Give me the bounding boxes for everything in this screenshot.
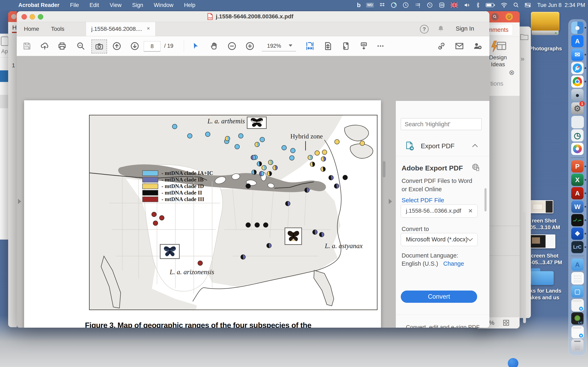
- add-user-icon[interactable]: [472, 41, 482, 51]
- dock-excel-icon[interactable]: X: [571, 174, 584, 186]
- search-tool-button[interactable]: [76, 41, 86, 51]
- dock-minimized-safari-icon[interactable]: [571, 299, 584, 311]
- fit-page-button[interactable]: [323, 41, 333, 51]
- dock-word-icon[interactable]: W: [571, 201, 584, 213]
- remove-file-icon[interactable]: ✕: [468, 208, 473, 214]
- zoom-in-button[interactable]: [245, 41, 255, 51]
- clock-menu-icon[interactable]: [402, 2, 409, 8]
- help-icon[interactable]: ?: [420, 25, 429, 33]
- more-tools-icon[interactable]: •••: [377, 43, 384, 49]
- menu-item-file[interactable]: File: [70, 2, 79, 8]
- dock-lightroom-icon[interactable]: LrC: [571, 241, 584, 253]
- ppt-search-button[interactable]: [491, 13, 499, 20]
- display-icon[interactable]: [438, 2, 445, 8]
- minimize-window-button[interactable]: [30, 14, 35, 20]
- save-button[interactable]: [22, 41, 32, 51]
- tab-tools[interactable]: Tools: [51, 26, 64, 32]
- dock-acrobat-icon[interactable]: A: [571, 187, 584, 200]
- select-pdf-file-link[interactable]: Select PDF File: [402, 197, 444, 204]
- dock-dropbox-icon[interactable]: ❖: [571, 227, 584, 240]
- next-page-button[interactable]: [130, 41, 140, 51]
- close-window-button[interactable]: [21, 14, 27, 20]
- ppt-pane-close-icon[interactable]: ⊗: [509, 68, 515, 76]
- menu-item-window[interactable]: Window: [154, 2, 173, 8]
- dock-minimized-safari-2-icon[interactable]: [571, 326, 584, 338]
- menu-app-name[interactable]: Acrobat Reader: [18, 2, 60, 8]
- control-center-icon[interactable]: [525, 2, 531, 8]
- dock-mail-icon[interactable]: ✉: [571, 49, 584, 61]
- spotlight-icon[interactable]: [513, 2, 519, 8]
- collapse-chevron-icon[interactable]: [472, 144, 478, 150]
- export-pdf-header[interactable]: Export PDF: [396, 137, 489, 156]
- sign-in-button[interactable]: Sign In: [456, 25, 474, 32]
- tab-close-icon[interactable]: ×: [147, 25, 150, 32]
- selected-file-chip[interactable]: j.1558-56...0366.x.pdf ✕: [401, 205, 477, 217]
- zoom-window-button[interactable]: [38, 14, 43, 20]
- desktop-blue-circle-icon[interactable]: [508, 358, 518, 367]
- share-upload-button[interactable]: [40, 41, 50, 51]
- right-pane-toggle[interactable]: [389, 199, 392, 204]
- tab-document[interactable]: j.1558-5646.2008.... ×: [86, 22, 156, 36]
- dock-app-store-icon[interactable]: A: [571, 35, 584, 47]
- change-language-link[interactable]: Change: [443, 260, 464, 267]
- desktop-drive-icon[interactable]: [531, 12, 559, 36]
- ppt-design-ideas-button[interactable]: Design Ideas: [487, 40, 510, 62]
- format-dropdown[interactable]: Microsoft Word (*.docx): [401, 233, 477, 246]
- menu-item-view[interactable]: View: [110, 2, 121, 8]
- dock-system-preferences-icon[interactable]: ⚙1: [571, 102, 584, 115]
- dock-applications-folder-icon[interactable]: A: [571, 259, 584, 271]
- fit-width-button[interactable]: [305, 41, 315, 51]
- desktop-folder-icon[interactable]: [531, 268, 554, 285]
- dots-grid-icon[interactable]: [414, 2, 421, 8]
- dock-activity-monitor-icon[interactable]: [571, 214, 584, 226]
- snapshot-tool-button[interactable]: [91, 40, 107, 53]
- email-icon[interactable]: [454, 41, 464, 51]
- dock-light-app-icon[interactable]: [571, 116, 584, 128]
- uk-flag-icon[interactable]: [450, 2, 458, 8]
- dock-powerpoint-icon[interactable]: P: [571, 160, 584, 173]
- zoom-out-button[interactable]: [227, 41, 237, 51]
- time-machine-menu-icon[interactable]: [426, 2, 433, 8]
- menu-item-edit[interactable]: Edit: [90, 2, 99, 8]
- share-link-icon[interactable]: [437, 41, 446, 51]
- previous-page-button[interactable]: [112, 41, 122, 51]
- dock-preview-icon[interactable]: ●: [571, 89, 584, 101]
- tab-home[interactable]: Home: [24, 26, 39, 32]
- bluetooth-icon[interactable]: [476, 2, 480, 8]
- ppt-slide-number[interactable]: 1: [12, 62, 15, 69]
- background-scrollbar[interactable]: [523, 212, 526, 323]
- left-pane-toggle[interactable]: [18, 199, 21, 204]
- page-scrolling-button[interactable]: [359, 41, 369, 51]
- dock-document-stack-icon[interactable]: [571, 272, 584, 284]
- cleanmymac-icon[interactable]: [390, 2, 397, 8]
- panel-scrollbar[interactable]: [484, 188, 486, 211]
- menu-clock[interactable]: Tue Jun 8 2:34 PM: [537, 2, 585, 8]
- desktop-screenshot-2[interactable]: [530, 234, 555, 248]
- dock-documents-folder-icon[interactable]: ▢: [571, 285, 584, 298]
- print-button[interactable]: [57, 41, 67, 51]
- dock-time-machine-icon[interactable]: ◷: [571, 129, 584, 142]
- zoom-level-dropdown[interactable]: 192%: [262, 41, 296, 51]
- select-tool-button[interactable]: [191, 41, 200, 51]
- ppt-home-tab[interactable]: H: [12, 24, 17, 31]
- notifications-bell-icon[interactable]: [437, 25, 445, 33]
- dock-finder-icon[interactable]: ☻: [571, 22, 584, 34]
- dock-chrome-icon[interactable]: [571, 75, 584, 88]
- battery-icon[interactable]: [486, 3, 495, 8]
- panel-search-input[interactable]: [401, 118, 482, 130]
- document-scrollbar[interactable]: [383, 161, 385, 177]
- fullscreen-button[interactable]: [341, 41, 351, 51]
- bing-icon[interactable]: b: [357, 2, 361, 8]
- volume-icon[interactable]: [463, 2, 470, 8]
- wifi-icon[interactable]: [501, 2, 508, 8]
- inactive-traffic-light[interactable]: [11, 14, 16, 19]
- desktop-screenshot-1[interactable]: [529, 200, 553, 213]
- menu-item-sign[interactable]: Sign: [132, 2, 143, 8]
- dropbox-icon[interactable]: [379, 2, 385, 8]
- dock-safari-icon[interactable]: [571, 62, 584, 74]
- dock-photos-icon[interactable]: [571, 143, 584, 155]
- menu-item-help[interactable]: Help: [184, 2, 195, 8]
- dock-trash-icon[interactable]: [571, 339, 584, 351]
- chevron-double-icon[interactable]: »: [521, 55, 525, 63]
- page-number-input[interactable]: [144, 41, 160, 52]
